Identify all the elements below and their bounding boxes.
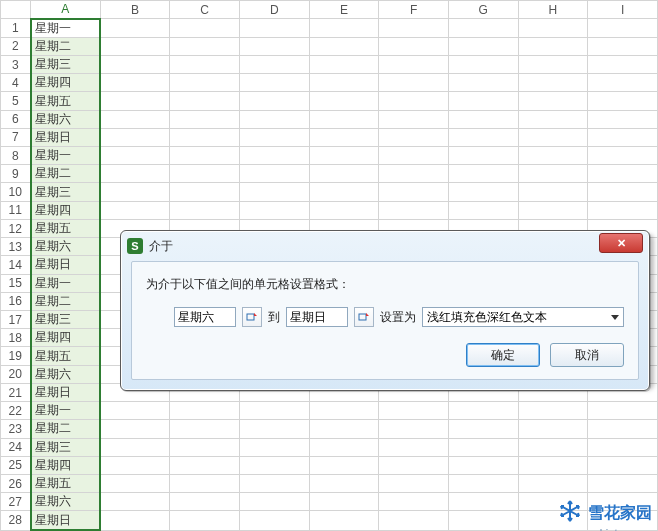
cell[interactable] (518, 37, 588, 55)
cell[interactable] (379, 128, 449, 146)
cell[interactable]: 星期五 (31, 474, 101, 492)
close-button[interactable] (599, 233, 643, 253)
cell[interactable] (448, 511, 518, 530)
cell[interactable]: 星期三 (31, 183, 101, 201)
cell[interactable] (448, 110, 518, 128)
cell[interactable] (239, 128, 309, 146)
cell[interactable]: 星期三 (31, 311, 101, 329)
row-header[interactable]: 25 (1, 456, 31, 474)
cell[interactable] (448, 456, 518, 474)
cell[interactable] (448, 438, 518, 456)
cell[interactable] (448, 420, 518, 438)
cell[interactable] (518, 110, 588, 128)
cell[interactable]: 星期日 (31, 128, 101, 146)
cell[interactable] (379, 183, 449, 201)
row-header[interactable]: 23 (1, 420, 31, 438)
cell[interactable]: 星期五 (31, 219, 101, 237)
cell[interactable] (588, 402, 658, 420)
cell[interactable] (239, 37, 309, 55)
cell[interactable]: 星期一 (31, 402, 101, 420)
row-header[interactable]: 24 (1, 438, 31, 456)
cell[interactable] (309, 183, 379, 201)
cell[interactable] (170, 493, 240, 511)
column-header[interactable]: A (31, 1, 101, 19)
cell[interactable] (309, 37, 379, 55)
row-header[interactable]: 11 (1, 201, 31, 219)
column-header[interactable]: B (100, 1, 170, 19)
value-to-input[interactable] (286, 307, 348, 327)
row-header[interactable]: 4 (1, 74, 31, 92)
cell[interactable] (100, 37, 170, 55)
cell[interactable] (170, 55, 240, 73)
cell[interactable] (100, 74, 170, 92)
cell[interactable] (100, 493, 170, 511)
select-all-corner[interactable] (1, 1, 31, 19)
cell[interactable] (379, 37, 449, 55)
value-from-input[interactable] (174, 307, 236, 327)
cell[interactable] (448, 37, 518, 55)
cell[interactable] (100, 147, 170, 165)
cell[interactable] (448, 165, 518, 183)
cell[interactable] (379, 74, 449, 92)
cell[interactable] (518, 92, 588, 110)
cell[interactable] (448, 147, 518, 165)
ok-button[interactable]: 确定 (466, 343, 540, 367)
cell[interactable] (448, 402, 518, 420)
cell[interactable] (309, 201, 379, 219)
row-header[interactable]: 12 (1, 219, 31, 237)
row-header[interactable]: 22 (1, 402, 31, 420)
cell[interactable] (239, 420, 309, 438)
cell[interactable] (309, 110, 379, 128)
cell[interactable]: 星期六 (31, 493, 101, 511)
cell[interactable] (309, 493, 379, 511)
cell[interactable]: 星期日 (31, 256, 101, 274)
cell[interactable] (239, 438, 309, 456)
cell[interactable] (518, 128, 588, 146)
row-header[interactable]: 7 (1, 128, 31, 146)
row-header[interactable]: 20 (1, 365, 31, 383)
cell[interactable] (588, 165, 658, 183)
column-header[interactable]: D (239, 1, 309, 19)
cell[interactable] (239, 147, 309, 165)
cell[interactable] (448, 74, 518, 92)
cell[interactable] (100, 183, 170, 201)
cell[interactable]: 星期四 (31, 329, 101, 347)
cell[interactable] (100, 474, 170, 492)
cell[interactable] (379, 420, 449, 438)
cell[interactable] (379, 438, 449, 456)
cell[interactable]: 星期日 (31, 511, 101, 530)
cell[interactable] (100, 110, 170, 128)
cell[interactable] (448, 92, 518, 110)
cell[interactable] (379, 165, 449, 183)
cell[interactable] (170, 201, 240, 219)
cell[interactable] (518, 420, 588, 438)
cell[interactable] (518, 165, 588, 183)
cell[interactable] (448, 183, 518, 201)
cell[interactable] (309, 19, 379, 38)
cell[interactable] (448, 128, 518, 146)
cell[interactable] (588, 438, 658, 456)
column-header[interactable]: C (170, 1, 240, 19)
cell[interactable] (239, 92, 309, 110)
cell[interactable] (379, 511, 449, 530)
cell[interactable] (588, 420, 658, 438)
cell[interactable] (170, 438, 240, 456)
cell[interactable] (100, 201, 170, 219)
cell[interactable] (239, 55, 309, 73)
cell[interactable] (379, 493, 449, 511)
cell[interactable] (100, 55, 170, 73)
cell[interactable] (100, 19, 170, 38)
cell[interactable] (239, 201, 309, 219)
cell[interactable] (170, 456, 240, 474)
cell[interactable] (170, 19, 240, 38)
cell[interactable] (309, 147, 379, 165)
cell[interactable] (379, 201, 449, 219)
cell[interactable] (239, 402, 309, 420)
cell[interactable] (309, 74, 379, 92)
cell[interactable] (379, 55, 449, 73)
cell[interactable] (588, 456, 658, 474)
column-header[interactable]: F (379, 1, 449, 19)
row-header[interactable]: 18 (1, 329, 31, 347)
cell[interactable] (588, 110, 658, 128)
cell[interactable] (170, 165, 240, 183)
